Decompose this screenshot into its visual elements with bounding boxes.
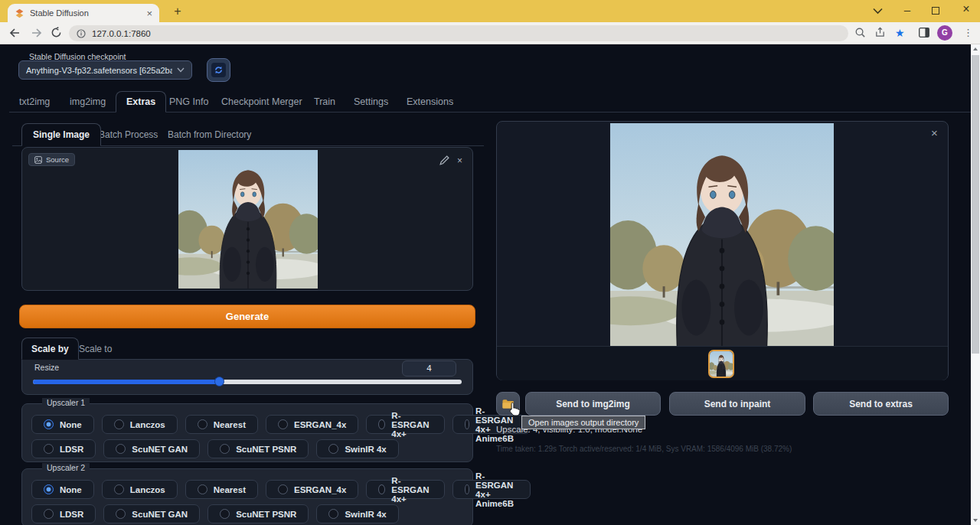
radio-upscaler2-resrgan-anime6b[interactable]: R-ESRGAN 4x+ Anime6B	[452, 480, 531, 499]
resize-number-input[interactable]: 4	[402, 360, 456, 377]
generate-button[interactable]: Generate	[19, 305, 475, 328]
performance-stats-text: Time taken: 1.29s Torch active/reserved:…	[496, 445, 792, 453]
address-bar[interactable]: 127.0.0.1:7860	[69, 25, 848, 41]
radio-icon	[465, 484, 470, 494]
url-text: 127.0.0.1:7860	[92, 29, 151, 38]
upscaler-2-group: Upscaler 2 None Lanczos Nearest ESRGAN_4…	[21, 468, 473, 525]
result-image[interactable]	[610, 123, 834, 347]
scrollbar-thumb[interactable]	[972, 55, 979, 354]
radio-icon	[378, 419, 385, 429]
share-icon[interactable]	[874, 27, 886, 38]
tab-scale-by[interactable]: Scale by	[21, 338, 79, 360]
window-maximize-button[interactable]	[932, 7, 939, 15]
window-close-button[interactable]: ×	[959, 2, 974, 16]
radio-upscaler1-scunet-psnr[interactable]: ScuNET PSNR	[207, 439, 309, 458]
radio-upscaler2-scunet-gan[interactable]: ScuNET GAN	[103, 504, 200, 523]
back-button[interactable]	[9, 28, 21, 38]
radio-upscaler2-nearest[interactable]: Nearest	[185, 480, 258, 499]
refresh-icon	[211, 63, 226, 77]
radio-upscaler1-none[interactable]: None	[31, 415, 94, 434]
radio-icon	[465, 419, 470, 429]
radio-icon	[198, 419, 207, 429]
gallery-thumbnail[interactable]	[708, 350, 734, 378]
resize-slider-fill	[33, 380, 219, 384]
page-scrollbar[interactable]	[971, 44, 980, 525]
radio-icon	[328, 509, 338, 519]
refresh-checkpoint-button[interactable]	[207, 58, 230, 82]
radio-upscaler2-scunet-psnr[interactable]: ScuNET PSNR	[207, 504, 309, 523]
radio-upscaler2-esrgan4x[interactable]: ESRGAN_4x	[266, 480, 358, 499]
resize-slider[interactable]	[33, 380, 462, 384]
radio-icon	[116, 444, 126, 454]
tab-batch-process[interactable]: Batch Process	[99, 129, 158, 140]
source-badge: Source	[28, 153, 75, 166]
reload-button[interactable]	[51, 27, 62, 38]
result-gallery: ×	[496, 121, 949, 380]
radio-upscaler2-ldsr[interactable]: LDSR	[31, 504, 96, 523]
radio-upscaler2-resrgan4x[interactable]: R-ESRGAN 4x+	[366, 480, 444, 499]
checkpoint-value: Anything-V3-fp32.safetensors [625a2ba2]	[26, 66, 172, 75]
send-to-inpaint-button[interactable]: Send to inpaint	[669, 392, 805, 416]
source-image-dropzone[interactable]: Source ×	[21, 147, 473, 291]
tab-checkpoint-merger[interactable]: Checkpoint Merger	[221, 96, 302, 107]
radio-icon	[378, 484, 385, 494]
edit-image-icon[interactable]	[439, 155, 450, 166]
tab-scale-to[interactable]: Scale to	[79, 344, 112, 354]
tab-txt2img[interactable]: txt2img	[19, 96, 50, 107]
gallery-close-icon[interactable]: ×	[931, 126, 938, 139]
tab-extras[interactable]: Extras	[116, 91, 166, 112]
radio-selected-icon	[44, 419, 54, 429]
window-menu-chevron-icon[interactable]	[873, 8, 883, 15]
radio-upscaler2-swinir4x[interactable]: SwinIR 4x	[316, 504, 398, 523]
clear-image-icon[interactable]: ×	[454, 155, 466, 166]
radio-icon	[278, 484, 288, 494]
bookmark-star-icon[interactable]: ★	[895, 27, 905, 39]
screen: Stable Diffusion × + – × 127.0.0.1:7860 …	[0, 0, 980, 525]
tab-train[interactable]: Train	[314, 96, 335, 107]
radio-upscaler1-nearest[interactable]: Nearest	[185, 415, 258, 434]
radio-upscaler1-ldsr[interactable]: LDSR	[31, 439, 96, 458]
zoom-icon[interactable]	[854, 27, 866, 38]
radio-upscaler1-resrgan4x[interactable]: R-ESRGAN 4x+	[366, 415, 444, 434]
window-minimize-button[interactable]: –	[900, 3, 915, 16]
radio-upscaler1-swinir4x[interactable]: SwinIR 4x	[316, 439, 398, 458]
tab-title: Stable Diffusion	[30, 8, 141, 18]
upscaler-2-label: Upscaler 2	[42, 463, 90, 472]
upscaler-1-label: Upscaler 1	[42, 398, 90, 407]
tab-favicon-icon	[15, 8, 24, 18]
radio-icon	[278, 419, 288, 429]
tab-settings[interactable]: Settings	[354, 96, 388, 107]
scrollbar-down-arrow-icon[interactable]	[973, 519, 978, 522]
forward-button[interactable]	[31, 28, 42, 38]
checkpoint-dropdown[interactable]: Anything-V3-fp32.safetensors [625a2ba2]	[18, 60, 192, 80]
browser-tab[interactable]: Stable Diffusion ×	[8, 4, 159, 22]
new-tab-button[interactable]: +	[170, 4, 185, 19]
tab-img2img[interactable]: img2img	[70, 96, 106, 107]
radio-upscaler2-none[interactable]: None	[31, 480, 94, 499]
radio-upscaler1-scunet-gan[interactable]: ScuNET GAN	[103, 439, 200, 458]
tab-batch-from-directory[interactable]: Batch from Directory	[168, 129, 251, 140]
site-info-icon[interactable]	[77, 29, 86, 38]
radio-upscaler1-lanczos[interactable]: Lanczos	[102, 415, 178, 434]
gallery-thumbnail-strip	[497, 346, 948, 380]
side-panel-icon[interactable]	[919, 28, 929, 38]
send-to-extras-button[interactable]: Send to extras	[813, 392, 949, 416]
scrollbar-up-arrow-icon[interactable]	[973, 47, 978, 51]
send-to-img2img-button[interactable]: Send to img2img	[525, 392, 661, 416]
radio-icon	[114, 484, 124, 494]
radio-upscaler2-lanczos[interactable]: Lanczos	[102, 480, 178, 499]
tab-close-icon[interactable]: ×	[146, 8, 152, 19]
radio-icon	[44, 509, 54, 519]
tab-extensions[interactable]: Extensions	[407, 96, 453, 107]
resize-label: Resize	[34, 363, 59, 372]
tab-png-info[interactable]: PNG Info	[169, 96, 208, 107]
radio-icon	[114, 419, 124, 429]
radio-icon	[220, 509, 230, 519]
source-badge-label: Source	[46, 155, 69, 164]
radio-upscaler1-esrgan4x[interactable]: ESRGAN_4x	[266, 415, 358, 434]
radio-icon	[328, 444, 338, 454]
browser-menu-icon[interactable]: ⋮	[963, 27, 973, 38]
resize-slider-handle[interactable]	[214, 377, 224, 386]
tab-single-image[interactable]: Single Image	[21, 123, 101, 146]
browser-avatar[interactable]: G	[937, 25, 952, 41]
